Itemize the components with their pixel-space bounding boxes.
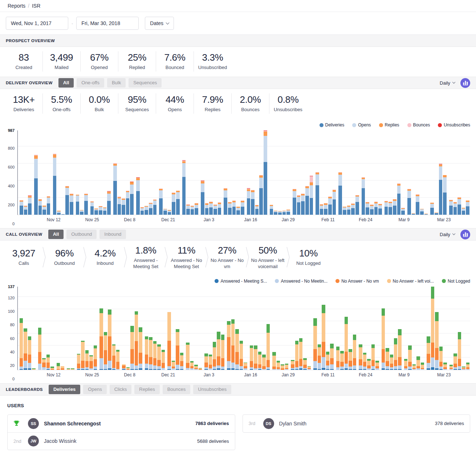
stacked-bar[interactable] (299, 287, 302, 370)
delivery-legend-opens[interactable]: Opens (352, 122, 371, 128)
stacked-bar[interactable] (424, 130, 428, 215)
stacked-bar[interactable] (227, 287, 230, 370)
stacked-bar[interactable] (162, 287, 165, 370)
stacked-bar[interactable] (99, 287, 103, 370)
stacked-bar[interactable] (135, 287, 138, 370)
stacked-bar[interactable] (244, 287, 247, 370)
stacked-bar[interactable] (186, 287, 189, 370)
stacked-bar[interactable] (310, 130, 313, 215)
leaderboard-row-dylan-smith[interactable]: 3rdDSDylan Smith378 deliveries (243, 415, 470, 432)
stacked-bar[interactable] (398, 287, 401, 370)
stacked-bar[interactable] (291, 287, 294, 370)
stacked-bar[interactable] (250, 287, 253, 370)
stacked-bar[interactable] (390, 287, 393, 370)
stacked-bar[interactable] (153, 130, 157, 215)
stacked-bar[interactable] (295, 287, 298, 370)
stacked-bar[interactable] (47, 130, 50, 215)
leaderboard-tab-unsubscribes[interactable]: Unsubscribes (193, 385, 231, 394)
leaderboard-tab-clicks[interactable]: Clicks (110, 385, 132, 394)
stacked-bar[interactable] (172, 287, 175, 370)
stacked-bar[interactable] (333, 130, 336, 215)
stacked-bar[interactable] (108, 287, 111, 370)
stacked-bar[interactable] (320, 130, 324, 215)
stacked-bar[interactable] (401, 130, 405, 215)
stacked-bar[interactable] (404, 287, 407, 370)
stacked-bar[interactable] (378, 130, 382, 215)
stacked-bar[interactable] (462, 130, 465, 215)
stacked-bar[interactable] (224, 130, 227, 215)
delivery-tab-sequences[interactable]: Sequences (129, 78, 162, 88)
stacked-bar[interactable] (103, 130, 107, 215)
stacked-bar[interactable] (328, 130, 332, 215)
delivery-legend-bounces[interactable]: Bounces (407, 122, 430, 128)
stacked-bar[interactable] (20, 130, 23, 215)
stacked-bar[interactable] (367, 287, 370, 370)
leaderboard-tab-bounces[interactable]: Bounces (163, 385, 191, 394)
stacked-bar[interactable] (466, 287, 469, 370)
stacked-bar[interactable] (443, 130, 447, 215)
stacked-bar[interactable] (443, 287, 447, 370)
stacked-bar[interactable] (204, 287, 208, 370)
stacked-bar[interactable] (439, 287, 443, 370)
stacked-bar[interactable] (270, 130, 273, 215)
stacked-bar[interactable] (431, 287, 434, 370)
stacked-bar[interactable] (393, 130, 396, 215)
stacked-bar[interactable] (326, 287, 329, 370)
delivery-tab-bulk[interactable]: Bulk (107, 78, 126, 88)
stacked-bar[interactable] (343, 130, 346, 215)
stacked-bar[interactable] (349, 287, 352, 370)
stacked-bar[interactable] (136, 130, 140, 215)
stacked-bar[interactable] (421, 287, 424, 370)
stacked-bar[interactable] (209, 287, 212, 370)
stacked-bar[interactable] (232, 130, 236, 215)
stacked-bar[interactable] (213, 287, 216, 370)
stacked-bar[interactable] (297, 130, 301, 215)
delivery-tab-one-offs[interactable]: One-offs (77, 78, 104, 88)
stacked-bar[interactable] (241, 130, 244, 215)
stacked-bar[interactable] (430, 130, 434, 215)
call-legend-no-answer-left-voi[interactable]: No Answer - left voi... (387, 279, 434, 284)
leaderboard-row-shannon-schrecengost[interactable]: SSShannon Schrecengost7863 deliveries (8, 415, 235, 432)
stacked-bar[interactable] (254, 287, 257, 370)
stacked-bar[interactable] (130, 287, 134, 370)
stacked-bar[interactable] (416, 130, 419, 215)
breadcrumb-reports-link[interactable]: Reports (8, 3, 25, 9)
stacked-bar[interactable] (28, 287, 31, 370)
call-interval-dropdown[interactable]: Daily (440, 232, 455, 237)
stacked-bar[interactable] (345, 287, 348, 370)
stacked-bar[interactable] (53, 130, 57, 215)
start-date-input[interactable] (6, 17, 68, 30)
stacked-bar[interactable] (453, 287, 457, 370)
delivery-legend-replies[interactable]: Replies (379, 122, 399, 128)
stacked-bar[interactable] (199, 287, 202, 370)
stacked-bar[interactable] (371, 287, 375, 370)
call-legend-answered-no-meetin[interactable]: Answered - No Meetin... (275, 279, 327, 284)
stacked-bar[interactable] (375, 287, 379, 370)
stacked-bar[interactable] (274, 130, 277, 215)
stacked-bar[interactable] (168, 130, 171, 215)
stacked-bar[interactable] (20, 287, 23, 370)
stacked-bar[interactable] (316, 130, 319, 215)
stacked-bar[interactable] (282, 130, 286, 215)
stacked-bar[interactable] (81, 287, 84, 370)
stacked-bar[interactable] (139, 287, 142, 370)
stacked-bar[interactable] (338, 130, 342, 215)
stacked-bar[interactable] (281, 287, 284, 370)
stacked-bar[interactable] (420, 130, 424, 215)
stacked-bar[interactable] (264, 130, 267, 215)
delivery-tab-all[interactable]: All (58, 78, 74, 88)
stacked-bar[interactable] (351, 130, 355, 215)
stacked-bar[interactable] (61, 130, 65, 215)
stacked-bar[interactable] (34, 130, 38, 215)
leaderboard-tab-replies[interactable]: Replies (134, 385, 159, 394)
stacked-bar[interactable] (149, 287, 152, 370)
stacked-bar[interactable] (77, 287, 80, 370)
stacked-bar[interactable] (439, 130, 443, 215)
stacked-bar[interactable] (76, 130, 80, 215)
stacked-bar[interactable] (231, 287, 235, 370)
stacked-bar[interactable] (104, 287, 107, 370)
stacked-bar[interactable] (213, 130, 217, 215)
stacked-bar[interactable] (340, 287, 343, 370)
call-legend-not-logged[interactable]: Not Logged (442, 279, 470, 284)
stacked-bar[interactable] (453, 130, 457, 215)
